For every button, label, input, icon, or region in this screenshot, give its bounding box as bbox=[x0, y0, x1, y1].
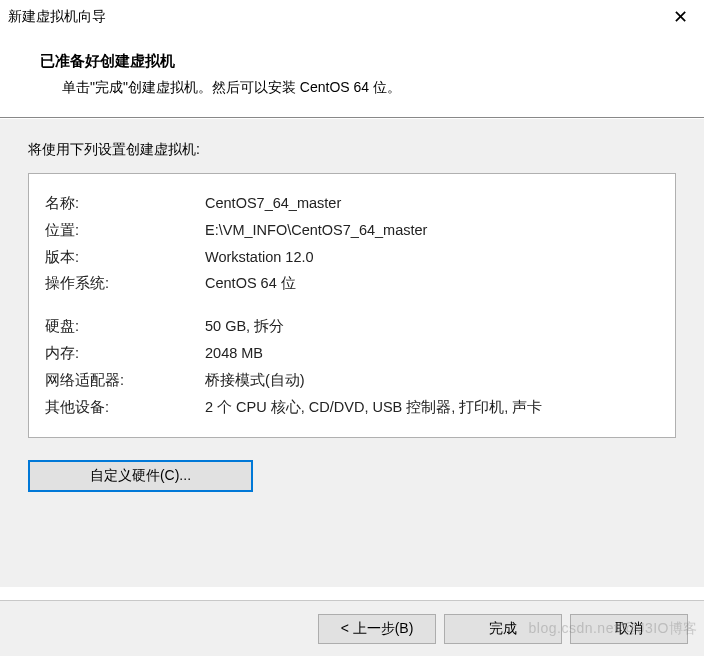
summary-label: 操作系统: bbox=[45, 270, 205, 297]
summary-value: 2048 MB bbox=[205, 340, 263, 367]
summary-row: 版本: Workstation 12.0 bbox=[45, 244, 659, 271]
summary-row: 网络适配器: 桥接模式(自动) bbox=[45, 367, 659, 394]
summary-lead-text: 将使用下列设置创建虚拟机: bbox=[28, 141, 676, 159]
summary-row: 硬盘: 50 GB, 拆分 bbox=[45, 313, 659, 340]
window-title: 新建虚拟机向导 bbox=[8, 8, 106, 26]
wizard-header-subtitle: 单击"完成"创建虚拟机。然后可以安装 CentOS 64 位。 bbox=[40, 79, 680, 97]
summary-value: Workstation 12.0 bbox=[205, 244, 314, 271]
summary-label: 版本: bbox=[45, 244, 205, 271]
summary-row: 名称: CentOS7_64_master bbox=[45, 190, 659, 217]
summary-label: 硬盘: bbox=[45, 313, 205, 340]
summary-value: 2 个 CPU 核心, CD/DVD, USB 控制器, 打印机, 声卡 bbox=[205, 394, 542, 421]
summary-value: 50 GB, 拆分 bbox=[205, 313, 284, 340]
summary-value: CentOS7_64_master bbox=[205, 190, 341, 217]
summary-label: 其他设备: bbox=[45, 394, 205, 421]
summary-label: 名称: bbox=[45, 190, 205, 217]
titlebar: 新建虚拟机向导 ✕ bbox=[0, 0, 704, 34]
wizard-header-title: 已准备好创建虚拟机 bbox=[40, 52, 680, 71]
finish-button[interactable]: 完成 bbox=[444, 614, 562, 644]
summary-label: 位置: bbox=[45, 217, 205, 244]
summary-value: E:\VM_INFO\CentOS7_64_master bbox=[205, 217, 427, 244]
back-button[interactable]: < 上一步(B) bbox=[318, 614, 436, 644]
cancel-button[interactable]: 取消 bbox=[570, 614, 688, 644]
close-icon[interactable]: ✕ bbox=[667, 6, 694, 28]
summary-row: 其他设备: 2 个 CPU 核心, CD/DVD, USB 控制器, 打印机, … bbox=[45, 394, 659, 421]
summary-gap bbox=[45, 297, 659, 313]
summary-row: 操作系统: CentOS 64 位 bbox=[45, 270, 659, 297]
summary-row: 位置: E:\VM_INFO\CentOS7_64_master bbox=[45, 217, 659, 244]
summary-row: 内存: 2048 MB bbox=[45, 340, 659, 367]
wizard-body: 将使用下列设置创建虚拟机: 名称: CentOS7_64_master 位置: … bbox=[0, 119, 704, 587]
customize-hardware-button[interactable]: 自定义硬件(C)... bbox=[28, 460, 253, 492]
summary-box: 名称: CentOS7_64_master 位置: E:\VM_INFO\Cen… bbox=[28, 173, 676, 438]
summary-value: CentOS 64 位 bbox=[205, 270, 296, 297]
wizard-footer: < 上一步(B) 完成 取消 bbox=[0, 600, 704, 656]
wizard-header: 已准备好创建虚拟机 单击"完成"创建虚拟机。然后可以安装 CentOS 64 位… bbox=[0, 34, 704, 117]
summary-label: 内存: bbox=[45, 340, 205, 367]
summary-label: 网络适配器: bbox=[45, 367, 205, 394]
summary-value: 桥接模式(自动) bbox=[205, 367, 305, 394]
